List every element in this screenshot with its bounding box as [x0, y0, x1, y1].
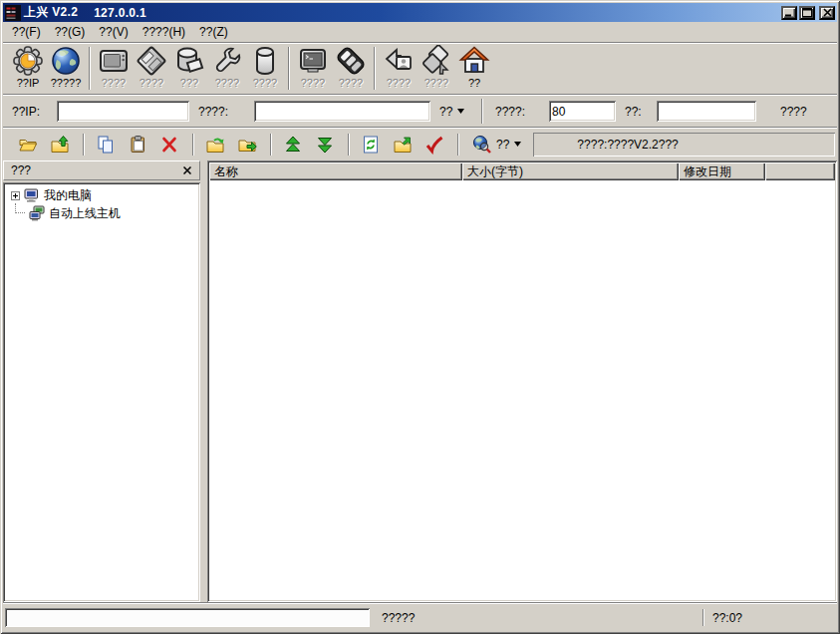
drum-page-icon	[173, 45, 205, 77]
paste-button[interactable]	[123, 132, 152, 158]
capture-button[interactable]: ????	[380, 45, 418, 93]
copy-button[interactable]	[91, 132, 121, 158]
toolbar-button-label: ????	[339, 77, 363, 90]
up-level-button[interactable]	[45, 132, 75, 158]
port-label: ????:	[495, 95, 525, 128]
floppy-icon	[136, 45, 167, 77]
close-button[interactable]	[819, 6, 835, 20]
maximize-button[interactable]	[799, 6, 815, 20]
mode-dropdown[interactable]: ??	[435, 101, 468, 122]
main-toolbar: ??IP ????? ????	[3, 42, 837, 94]
toolbar-separator	[288, 47, 290, 90]
sidebar-close-button[interactable]	[179, 163, 195, 177]
status-counter: ??:0?	[712, 603, 742, 632]
screen-view-button[interactable]: ????	[95, 45, 133, 93]
open-button[interactable]	[13, 132, 43, 158]
host-label: ????:	[198, 95, 228, 128]
window-title-host: 127.0.0.1	[94, 6, 146, 20]
move-button[interactable]	[232, 132, 262, 158]
file-list-body[interactable]	[209, 180, 835, 600]
expand-icon[interactable]	[11, 191, 20, 200]
disk-button[interactable]: ????	[133, 45, 170, 93]
host-input[interactable]	[254, 101, 430, 122]
terminal-button[interactable]: ????	[294, 45, 332, 93]
column-header-size[interactable]: 大小(字节)	[462, 162, 679, 180]
connect-button[interactable]: ????	[780, 95, 807, 128]
port-input[interactable]	[549, 101, 616, 122]
expand-all-button[interactable]	[278, 132, 308, 158]
refresh-button[interactable]	[356, 132, 386, 158]
menu-help[interactable]: ????(H)	[136, 23, 192, 41]
chevrons-down-icon	[316, 136, 334, 154]
toolbar-separator	[457, 134, 459, 156]
menu-bar: ??(F) ??(G) ??(V) ????(H) ??(Z)	[3, 22, 837, 42]
sidebar-header: ???	[3, 160, 200, 180]
column-header-extra[interactable]	[765, 162, 835, 180]
check-icon	[424, 135, 444, 155]
close-icon	[823, 8, 832, 17]
home-button[interactable]: ??	[455, 45, 493, 93]
process-button[interactable]: ???	[170, 45, 208, 93]
globe-icon	[50, 45, 82, 77]
apply-button[interactable]	[420, 132, 449, 158]
window-title: 上兴 V2.2	[24, 4, 78, 21]
connection-status-panel: ????:????V2.2???	[533, 133, 835, 157]
diamonds-icon	[420, 45, 452, 77]
monitor-icon	[98, 45, 130, 77]
keyboard-icon	[335, 45, 367, 77]
terminal-icon	[297, 45, 329, 77]
toolbar-button-label: ????	[253, 77, 277, 90]
host-tree: 我的电脑 自动上线主机	[3, 182, 200, 602]
tree-item-label: 我的电脑	[44, 187, 92, 204]
folder-open-icon	[18, 135, 38, 155]
menu-view[interactable]: ??(V)	[92, 23, 135, 41]
online-hosts-icon	[29, 205, 45, 221]
column-header-name[interactable]: 名称	[209, 162, 462, 180]
keyboard-button[interactable]: ????	[332, 45, 370, 93]
settings-button[interactable]: ????	[208, 45, 246, 93]
close-icon	[183, 166, 191, 174]
menu-file[interactable]: ??(F)	[5, 23, 48, 41]
toolbar-separator	[83, 134, 85, 156]
search-globe-icon	[471, 135, 491, 155]
search-dropdown[interactable]: ??	[465, 132, 527, 158]
scan-hosts-button[interactable]: ?????	[47, 45, 85, 93]
menu-about[interactable]: ??(Z)	[192, 23, 235, 41]
services-button[interactable]: ????	[246, 45, 284, 93]
menu-go[interactable]: ??(G)	[48, 23, 93, 41]
toolbar-separator	[270, 134, 272, 156]
share-button[interactable]: ????	[418, 45, 455, 93]
maximize-icon	[802, 8, 812, 17]
minimize-button[interactable]	[781, 6, 797, 20]
file-list: 名称 大小(字节) 修改日期	[207, 160, 837, 602]
progress-bar	[5, 608, 370, 627]
ip-input[interactable]	[57, 101, 189, 122]
toolbar-button-label: ????	[387, 77, 411, 90]
main-area: ??? 我的电脑	[3, 160, 837, 602]
query-ip-button[interactable]: ??IP	[9, 45, 47, 93]
upload-button[interactable]	[200, 132, 230, 158]
chevrons-up-icon	[284, 136, 302, 154]
minimize-icon	[784, 8, 794, 17]
delete-button[interactable]	[154, 132, 184, 158]
panel-splitter[interactable]	[200, 160, 207, 602]
folder-up-icon	[50, 135, 70, 155]
sidebar-title: ???	[11, 163, 31, 177]
wrench-icon	[211, 45, 243, 77]
my-computer-icon	[24, 187, 40, 203]
collapse-all-button[interactable]	[310, 132, 340, 158]
tree-item-online-hosts[interactable]: 自动上线主机	[5, 204, 198, 222]
open-remote-button[interactable]	[388, 132, 418, 158]
search-dropdown-label: ??	[496, 138, 509, 152]
chevron-down-icon	[457, 109, 464, 114]
column-header-modified[interactable]: 修改日期	[679, 162, 765, 180]
folder-move-icon	[237, 135, 257, 155]
toolbar-button-label: ?????	[51, 77, 82, 90]
app-icon	[5, 5, 21, 21]
toolbar-button-label: ????	[102, 77, 126, 90]
tree-item-my-computer[interactable]: 我的电脑	[5, 186, 198, 204]
toolbar-separator	[192, 134, 194, 156]
folder-upload-icon	[205, 135, 225, 155]
tree-item-label: 自动上线主机	[49, 205, 121, 222]
password-input[interactable]	[657, 101, 756, 122]
